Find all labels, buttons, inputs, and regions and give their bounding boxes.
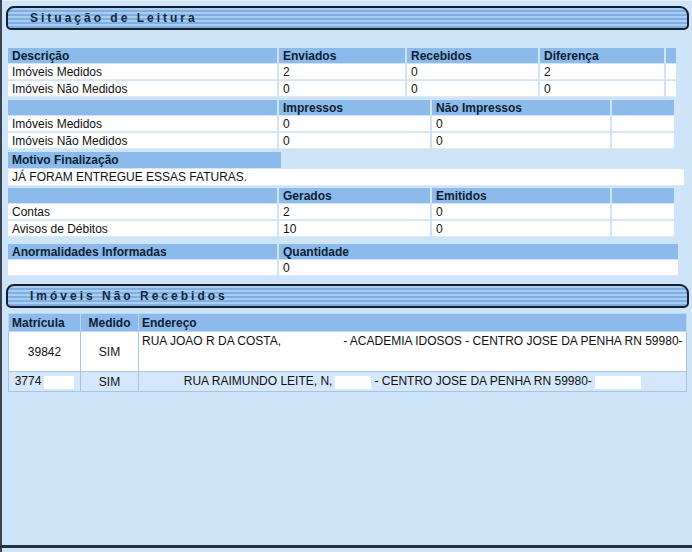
cell-impressos: 0 — [279, 116, 430, 132]
cell-blank — [612, 133, 674, 149]
table-row: Imóveis Não Medidos 0 0 — [8, 133, 674, 149]
cell-matricula: 3774 — [9, 372, 81, 392]
cell-blank — [612, 204, 674, 220]
table-row: Imóveis Medidos 2 0 2 — [8, 64, 676, 80]
window-bottom-edge — [0, 545, 692, 548]
table-header-row: Matrícula Medido Endereço — [9, 314, 687, 332]
cell-recebidos: 0 — [407, 64, 538, 80]
col-header-medido: Medido — [81, 314, 139, 332]
motivo-finalizacao-header: Motivo Finalização — [8, 152, 281, 168]
report-window: { "colors": { "page_bg": "#CEE4F8", "hea… — [0, 0, 692, 552]
col-header-anormalidades: Anormalidades Informadas — [8, 244, 277, 259]
cell-nao-impressos: 0 — [432, 116, 610, 132]
table-anormalidades: Anormalidades Informadas Quantidade 0 — [6, 243, 680, 277]
col-header-blank — [612, 100, 674, 115]
col-header-matricula: Matrícula — [9, 314, 81, 332]
table-row: Avisos de Débitos 10 0 — [8, 221, 674, 237]
col-header-diferenca: Diferença — [540, 48, 664, 63]
imovel-row[interactable]: 39842 SIM RUA JOAO R DA COSTA,- ACADEMIA… — [9, 332, 687, 372]
table-gerados-emitidos: Gerados Emitidos Contas 2 0 Avisos de Dé… — [6, 187, 676, 238]
window-left-edge — [0, 0, 2, 552]
cell-diferenca: 0 — [540, 81, 664, 97]
cell-impressos: 0 — [279, 133, 430, 149]
col-header-blank — [8, 100, 277, 115]
cell-medido: SIM — [81, 372, 139, 392]
cell-endereco: RUA JOAO R DA COSTA,- ACADEMIA IDOSOS - … — [139, 332, 687, 372]
col-header-endereco: Endereço — [139, 314, 687, 332]
table-enviados-recebidos: Descrição Enviados Recebidos Diferença I… — [6, 47, 678, 98]
cell-quantidade: 0 — [279, 260, 678, 276]
table-row: Imóveis Não Medidos 0 0 0 — [8, 81, 676, 97]
cell-gerados: 2 — [279, 204, 430, 220]
redacted-number — [335, 376, 371, 389]
cell-medido: SIM — [81, 332, 139, 372]
cell-endereco: RUA RAIMUNDO LEITE, N,- CENTRO JOSE DA P… — [139, 372, 687, 392]
table-row: Contas 2 0 — [8, 204, 674, 220]
col-header-gerados: Gerados — [279, 188, 430, 203]
col-header-blank — [666, 48, 676, 63]
endereco-text: RUA JOAO R DA COSTA, — [142, 334, 281, 348]
col-header-blank — [8, 188, 277, 203]
table-header-row: Impressos Não Impressos — [8, 100, 674, 115]
cell-recebidos: 0 — [407, 81, 538, 97]
col-header-recebidos: Recebidos — [407, 48, 538, 63]
row-label: Imóveis Não Medidos — [8, 133, 277, 149]
table-row: 0 — [8, 260, 678, 276]
col-header-enviados: Enviados — [279, 48, 405, 63]
section-title: Situação de Leitura — [8, 11, 198, 25]
col-header-quantidade: Quantidade — [279, 244, 678, 259]
table-row: Imóveis Medidos 0 0 — [8, 116, 674, 132]
cell-blank — [666, 81, 676, 97]
cell-nao-impressos: 0 — [432, 133, 610, 149]
cell-blank — [666, 64, 676, 80]
cell-emitidos: 0 — [432, 204, 610, 220]
redacted-number — [595, 376, 641, 389]
cell-blank — [8, 260, 277, 276]
endereco-text: RUA RAIMUNDO LEITE, N, — [184, 374, 333, 388]
window-top-edge — [0, 0, 692, 1]
col-header-nao-impressos: Não Impressos — [432, 100, 610, 115]
cell-gerados: 10 — [279, 221, 430, 237]
cell-blank — [612, 116, 674, 132]
row-label: Imóveis Não Medidos — [8, 81, 277, 97]
row-label: Imóveis Medidos — [8, 64, 277, 80]
table-header-row: Anormalidades Informadas Quantidade — [8, 244, 678, 259]
col-header-impressos: Impressos — [279, 100, 430, 115]
col-header-descricao: Descrição — [8, 48, 277, 63]
cell-matricula: 39842 — [9, 332, 81, 372]
section-header-imoveis-nao-recebidos: Imóveis Não Recebidos — [6, 284, 689, 308]
table-impressos: Impressos Não Impressos Imóveis Medidos … — [6, 99, 676, 150]
endereco-text: - ACADEMIA IDOSOS - CENTRO JOSE DA PENHA… — [343, 334, 682, 348]
cell-blank — [612, 221, 674, 237]
cell-enviados: 0 — [279, 81, 405, 97]
section-title: Imóveis Não Recebidos — [8, 289, 228, 303]
cell-diferenca: 2 — [540, 64, 664, 80]
motivo-finalizacao-text: JÁ FORAM ENTREGUE ESSAS FATURAS. — [8, 169, 684, 186]
endereco-text: - CENTRO JOSE DA PENHA RN 59980- — [374, 374, 591, 388]
col-header-blank — [612, 188, 674, 203]
row-label: Contas — [8, 204, 277, 220]
cell-emitidos: 0 — [432, 221, 610, 237]
table-header-row: Descrição Enviados Recebidos Diferença — [8, 48, 676, 63]
redacted-number — [44, 376, 74, 389]
matricula-text: 3774 — [15, 374, 42, 388]
cell-enviados: 2 — [279, 64, 405, 80]
col-header-emitidos: Emitidos — [432, 188, 610, 203]
section-header-situacao-leitura: Situação de Leitura — [6, 6, 689, 30]
table-header-row: Gerados Emitidos — [8, 188, 674, 203]
row-label: Imóveis Medidos — [8, 116, 277, 132]
row-label: Avisos de Débitos — [8, 221, 277, 237]
table-imoveis-nao-recebidos: Matrícula Medido Endereço 39842 SIM RUA … — [8, 313, 687, 392]
imovel-row[interactable]: 3774 SIM RUA RAIMUNDO LEITE, N,- CENTRO … — [9, 372, 687, 392]
